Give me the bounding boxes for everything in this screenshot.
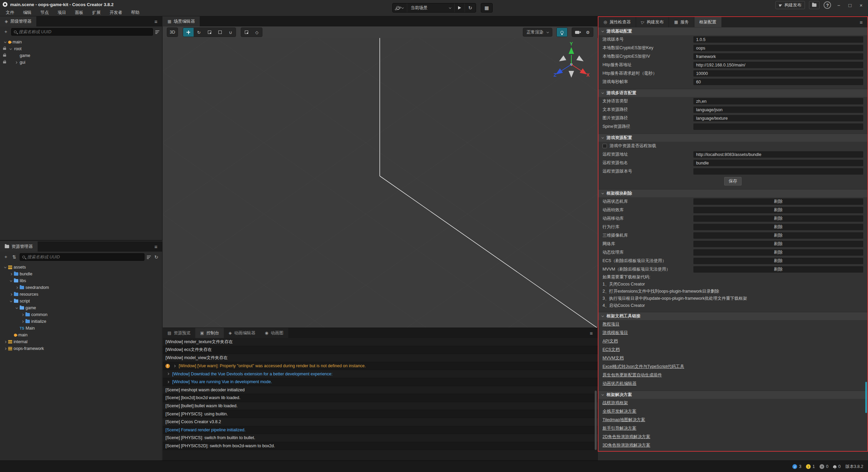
remove-button[interactable]: 剔除 xyxy=(693,198,863,205)
inspector-scrollbar[interactable] xyxy=(865,382,867,413)
hierarchy-search-input[interactable] xyxy=(19,29,150,34)
filter-icon[interactable] xyxy=(155,30,159,34)
asset-node[interactable]: oops-framework xyxy=(0,345,162,352)
section-header[interactable]: 框架解决方案 xyxy=(598,391,867,399)
remove-button[interactable]: 剔除 xyxy=(693,266,863,273)
console-log-row[interactable]: [Scene] Cocos Creator v3.8.2 xyxy=(163,418,598,426)
hierarchy-node[interactable]: game xyxy=(0,52,162,59)
doc-link[interactable]: ECS文档 xyxy=(603,347,620,353)
field-input[interactable]: http://192.168.0.150/main/ xyxy=(693,62,863,68)
remove-button[interactable]: 剔除 xyxy=(693,232,863,239)
warning-counter[interactable]: !1 xyxy=(806,464,815,469)
asset-node[interactable]: seedrandom xyxy=(0,284,162,291)
scale-tool-button[interactable] xyxy=(204,28,215,37)
field-input[interactable]: bundle xyxy=(693,160,863,166)
lighting-toggle-button[interactable] xyxy=(557,28,567,37)
field-input[interactable]: oops xyxy=(693,45,863,51)
section-header[interactable]: 框架文档工具链接 xyxy=(598,312,867,320)
filter-icon[interactable] xyxy=(147,255,151,259)
inspector-tab[interactable]: ◎属性检查器 xyxy=(598,17,636,27)
gizmo-tool-button[interactable]: ∪ xyxy=(225,28,236,37)
render-mode-select[interactable]: 正常渲染 xyxy=(523,28,552,37)
remove-button[interactable]: 剔除 xyxy=(693,258,863,264)
remove-button[interactable]: 剔除 xyxy=(693,215,863,222)
camera-button[interactable] xyxy=(572,28,583,37)
section-header[interactable]: 游戏多语言配置 xyxy=(598,89,867,97)
add-asset-button[interactable]: ＋ xyxy=(3,254,9,260)
console-tab[interactable]: ▤资源预览 xyxy=(163,328,195,338)
field-input[interactable]: http://localhost:8083/assets/bundle xyxy=(693,151,863,158)
asset-node[interactable]: internal xyxy=(0,338,162,345)
console-log-row[interactable]: [Scene] meshopt wasm decoder initialized xyxy=(163,386,598,394)
asset-node[interactable]: assets xyxy=(0,264,162,271)
step-button[interactable]: ↻ xyxy=(465,3,476,13)
doc-link[interactable]: 教程项目 xyxy=(603,321,619,327)
hierarchy-tab[interactable]: ◈层级管理器 xyxy=(0,16,36,26)
doc-link[interactable]: 动画状态机编辑器 xyxy=(603,381,636,387)
chevron-right-icon[interactable] xyxy=(20,318,25,325)
asset-node[interactable]: initialize xyxy=(0,318,162,325)
doc-link[interactable]: 全栈开发解决方案 xyxy=(603,409,636,414)
notification-counter[interactable]: 0 xyxy=(833,464,841,469)
field-input[interactable]: framework xyxy=(693,53,863,60)
remove-button[interactable]: 剔除 xyxy=(693,241,863,247)
console-log-row[interactable]: [Scene] [PHYSICS]: switch from builtin t… xyxy=(163,434,598,442)
asset-node[interactable]: TSMain xyxy=(0,325,162,332)
panel-menu-icon[interactable]: ≡ xyxy=(585,328,597,338)
console-tab[interactable]: ◉动画图 xyxy=(260,328,288,338)
info-counter[interactable]: i3 xyxy=(792,464,801,469)
chevron-down-icon[interactable] xyxy=(8,277,13,284)
chevron-right-icon[interactable] xyxy=(165,378,170,385)
remove-button[interactable]: 剔除 xyxy=(693,207,863,213)
console-log-row[interactable]: [Window] You are running Vue in developm… xyxy=(163,378,598,386)
chevron-right-icon[interactable] xyxy=(8,271,13,277)
doc-link[interactable]: 战棋游戏框架 xyxy=(603,400,628,406)
chevron-down-icon[interactable] xyxy=(14,304,19,311)
asset-node[interactable]: main xyxy=(0,332,162,338)
doc-link[interactable]: 2D角色扮演游戏解决方案 xyxy=(603,434,650,440)
platform-select[interactable] xyxy=(393,3,407,13)
menu-item[interactable]: 帮助 xyxy=(127,9,144,16)
chevron-down-icon[interactable] xyxy=(3,264,7,271)
remove-button[interactable]: 剔除 xyxy=(693,224,863,230)
doc-link[interactable]: 原生包热更新配置自动生成插件 xyxy=(603,372,662,378)
menu-item[interactable]: 扩展 xyxy=(88,9,105,16)
help-button[interactable]: ? xyxy=(824,1,831,9)
inspector-tab[interactable]: ▷构建发布 xyxy=(636,17,669,27)
section-header[interactable]: 框架模块剔除 xyxy=(598,189,867,197)
save-button[interactable]: 保存 xyxy=(724,177,742,185)
doc-link[interactable]: 3D角色扮演游戏解决方案 xyxy=(603,442,650,448)
doc-link[interactable]: Excel格式转Json文件与TypeScript代码工具 xyxy=(603,364,684,370)
asset-node[interactable]: libs xyxy=(0,277,162,284)
chevron-right-icon[interactable] xyxy=(172,362,177,369)
console-log-row[interactable]: [Window] Download the Vue Devtools exten… xyxy=(163,370,598,378)
cube-snap-button[interactable]: ◇ xyxy=(252,28,262,37)
menu-item[interactable]: 面板 xyxy=(71,9,88,16)
snap-button[interactable] xyxy=(241,28,252,37)
refresh-icon[interactable]: ↻ xyxy=(153,254,159,260)
play-button[interactable] xyxy=(455,3,465,13)
asset-node[interactable]: game xyxy=(0,304,162,311)
inspector-tab[interactable]: 框架配置 xyxy=(694,17,722,27)
doc-link[interactable]: Tiledmap地图解决方案 xyxy=(603,417,645,423)
hierarchy-node[interactable]: main xyxy=(0,39,162,45)
field-input[interactable]: language/json xyxy=(693,106,863,113)
menu-item[interactable]: 节点 xyxy=(36,9,53,16)
assets-tab[interactable]: 资源管理器 xyxy=(0,241,38,252)
asset-node[interactable]: bundle xyxy=(0,271,162,277)
move-tool-button[interactable] xyxy=(183,28,194,37)
doc-link[interactable]: MVVM文档 xyxy=(603,355,624,361)
menu-item[interactable]: 开发者 xyxy=(105,9,127,16)
field-input[interactable] xyxy=(693,168,863,175)
menu-item[interactable]: 文件 xyxy=(1,9,19,16)
console-tab[interactable]: ◈动画编辑器 xyxy=(224,328,260,338)
error-counter[interactable]: ✕0 xyxy=(820,464,828,469)
doc-link[interactable]: API文档 xyxy=(603,338,618,344)
asset-node[interactable]: common xyxy=(0,311,162,318)
field-input[interactable]: 10000 xyxy=(693,70,863,77)
console-log-row[interactable]: [Scene] [box2d]:box2d wasm lib loaded. xyxy=(163,394,598,402)
doc-link[interactable]: 游戏模板项目 xyxy=(603,330,628,336)
chevron-right-icon[interactable] xyxy=(14,284,19,291)
hierarchy-node[interactable]: gui xyxy=(0,59,162,66)
3d-toggle-button[interactable]: 3D xyxy=(167,28,178,37)
